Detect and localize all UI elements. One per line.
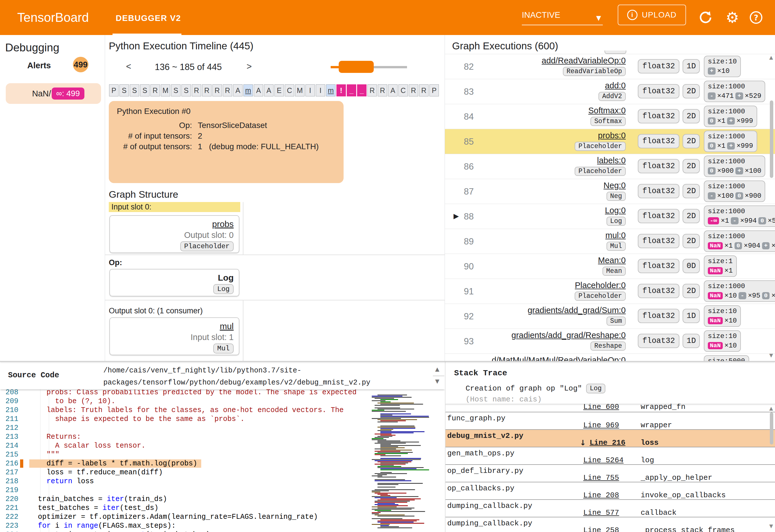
- stack-frame[interactable]: gen_math_ops.pyLine 5264log: [446, 447, 775, 465]
- tab-debugger-v2[interactable]: DEBUGGER V2: [116, 0, 181, 35]
- timeline-tile[interactable]: R: [192, 84, 201, 96]
- timeline-tile[interactable]: R: [212, 84, 222, 96]
- graph-execution-row[interactable]: 83add:0AddV2float322Dsize:1000-×471+×529: [445, 79, 775, 104]
- stack-frame-partial[interactable]: Line 600wrapped_fn: [446, 404, 775, 412]
- frame-line-link[interactable]: Line 216: [590, 438, 626, 447]
- timeline-tile[interactable]: A: [254, 84, 263, 96]
- frame-line-link[interactable]: Line 5264: [583, 456, 624, 465]
- tensor-name-link[interactable]: gradients/add_grad/Sum:0: [477, 306, 626, 315]
- timeline-tile[interactable]: !: [336, 84, 346, 96]
- timeline-tile[interactable]: A: [264, 84, 273, 96]
- stack-frame[interactable]: dumping_callback.pyLine 577callback: [446, 500, 775, 517]
- timeline-tile[interactable]: S: [130, 84, 139, 96]
- timeline-tile[interactable]: R: [409, 84, 418, 96]
- tensor-name-link[interactable]: Softmax:0: [477, 106, 626, 115]
- scrollbar-thumb[interactable]: [770, 412, 773, 444]
- timeline-tile[interactable]: m: [326, 84, 335, 96]
- scroll-up-icon[interactable]: ▲: [769, 55, 773, 60]
- timeline-tile[interactable]: P: [109, 84, 118, 96]
- timeline-tile[interactable]: I: [316, 84, 325, 96]
- frame-line-link[interactable]: Line 208: [583, 491, 619, 500]
- graph-execution-row[interactable]: 84Softmax:0Softmaxfloat322Dsize:10000×1+…: [445, 104, 775, 129]
- timeline-tile[interactable]: S: [181, 84, 191, 96]
- timeline-tile[interactable]: P: [430, 84, 439, 96]
- stack-frame[interactable]: func_graph.pyLine 969wrapper: [446, 412, 775, 430]
- stack-frame[interactable]: dumping_callback.pyLine 258_process_stac…: [446, 517, 775, 532]
- frame-line-link[interactable]: Line 258: [583, 526, 619, 532]
- stack-frame[interactable]: op_callbacks.pyLine 208invoke_op_callbac…: [446, 482, 775, 500]
- scrollbar-thumb[interactable]: [770, 100, 773, 178]
- timeline-tile[interactable]: R: [367, 84, 377, 96]
- timeline-tile[interactable]: _: [347, 84, 356, 96]
- scroll-down-icon[interactable]: ▼: [769, 352, 773, 358]
- timeline-tile[interactable]: R: [150, 84, 160, 96]
- tensor-name-link[interactable]: add/ReadVariableOp:0: [477, 56, 626, 65]
- timeline-tile[interactable]: R: [419, 84, 429, 96]
- run-status-select[interactable]: INACTIVE ▼: [522, 10, 603, 25]
- tensor-name-link[interactable]: Placeholder:0: [477, 281, 626, 290]
- frame-line-link[interactable]: Line 600: [583, 404, 619, 411]
- timeline-tile[interactable]: R: [202, 84, 211, 96]
- tensor-name-link[interactable]: Log:0: [477, 206, 626, 215]
- frame-line-link[interactable]: Line 755: [583, 473, 619, 482]
- graph-execution-row[interactable]: 87Neg:0Negfloat322Dsize:1000-×1000×900: [445, 179, 775, 204]
- graph-execution-row[interactable]: 89mul:0Mulfloat322Dsize:1000NaN×10×904+×…: [445, 229, 775, 254]
- graph-execution-row[interactable]: 85probs:0Placeholderfloat322Dsize:10000×…: [445, 129, 775, 154]
- input-node-card[interactable]: probs Output slot: 0 Placeholder: [109, 215, 239, 253]
- graph-execution-row[interactable]: 82add/ReadVariableOp:0ReadVariableOpfloa…: [445, 54, 775, 79]
- graph-execution-row[interactable]: 86labels:0Placeholderfloat322Dsize:10000…: [445, 154, 775, 179]
- code-minimap[interactable]: [372, 392, 434, 530]
- graph-execution-row[interactable]: 93gradients/add_grad/Reshape:0Reshapeflo…: [445, 329, 775, 354]
- timeline-tile[interactable]: C: [285, 84, 294, 96]
- scroll-down-icon[interactable]: ▼: [435, 378, 440, 384]
- slider-handle[interactable]: [339, 61, 374, 73]
- next-page-button[interactable]: >: [243, 61, 255, 72]
- tensor-name-link[interactable]: mul:0: [477, 231, 626, 240]
- tensor-name-link[interactable]: add:0: [477, 81, 626, 90]
- scroll-up-icon[interactable]: ▲: [435, 366, 440, 372]
- exec-scrollbar[interactable]: ▲ ▼: [769, 53, 774, 362]
- timeline-tile[interactable]: I: [305, 84, 315, 96]
- stack-scrollbar[interactable]: ▲ ▼: [769, 405, 774, 532]
- node-name-link[interactable]: mul: [220, 321, 234, 331]
- graph-execution-row[interactable]: 90Mean:0Meanfloat320Dsize:1NaN×1: [445, 254, 775, 279]
- consumer-node-card[interactable]: mul Input slot: 1 Mul: [109, 317, 239, 355]
- tensor-name-link[interactable]: probs:0: [477, 131, 626, 140]
- prev-page-button[interactable]: <: [123, 61, 134, 72]
- nan-alert-filter[interactable]: NaN/ ∞: 499: [6, 83, 101, 104]
- stack-frame[interactable]: debug_mnist_v2.py↓Line 216loss: [446, 430, 775, 447]
- code-editor[interactable]: 208 probs: Class probabilities predicted…: [0, 389, 445, 532]
- gear-icon[interactable]: ⚙: [726, 0, 739, 35]
- timeline-tile[interactable]: R: [378, 84, 387, 96]
- tensor-name-link[interactable]: Neg:0: [477, 181, 626, 190]
- timeline-tile[interactable]: M: [295, 84, 304, 96]
- tensor-name-link[interactable]: gradients/add_grad/Reshape:0: [477, 331, 626, 340]
- frame-line-link[interactable]: Line 577: [583, 508, 619, 517]
- timeline-tile[interactable]: m: [243, 84, 253, 96]
- timeline-tile[interactable]: A: [388, 84, 398, 96]
- refresh-icon[interactable]: [698, 0, 713, 35]
- graph-execution-row[interactable]: ▶88Log:0Logfloat322Dsize:1000-∞×1-×9940×…: [445, 204, 775, 229]
- help-icon[interactable]: ?: [750, 0, 762, 35]
- timeline-tile[interactable]: _: [357, 84, 366, 96]
- timeline-tile[interactable]: C: [399, 84, 408, 96]
- scroll-down-icon[interactable]: ▼: [769, 523, 773, 529]
- stack-frame[interactable]: op_def_library.pyLine 755_apply_op_helpe…: [446, 465, 775, 482]
- timeline-tile[interactable]: R: [223, 84, 232, 96]
- tensor-name-link[interactable]: Mean:0: [477, 256, 626, 265]
- timeline-tile[interactable]: M: [161, 84, 170, 96]
- graph-execution-row[interactable]: 92gradients/add_grad/Sum:0Sumfloat321Dsi…: [445, 304, 775, 329]
- timeline-tile[interactable]: S: [119, 84, 129, 96]
- tensor-name-link[interactable]: labels:0: [477, 156, 626, 165]
- timeline-tile[interactable]: S: [171, 84, 180, 96]
- graph-execution-row-partial[interactable]: d/MatMul/MatMul/ReadVariableOp:0size:500…: [445, 354, 775, 362]
- timeline-tile[interactable]: E: [274, 84, 284, 96]
- graph-execution-row[interactable]: 91Placeholder:0Placeholderfloat322Dsize:…: [445, 279, 775, 304]
- scroll-up-icon[interactable]: ▲: [769, 405, 773, 411]
- timeline-tile[interactable]: S: [140, 84, 149, 96]
- node-name-link[interactable]: probs: [212, 219, 234, 229]
- timeline-zoom-slider[interactable]: [331, 60, 407, 74]
- timeline-tile[interactable]: A: [233, 84, 242, 96]
- frame-line-link[interactable]: Line 969: [583, 421, 619, 430]
- upload-button[interactable]: i UPLOAD: [618, 5, 686, 25]
